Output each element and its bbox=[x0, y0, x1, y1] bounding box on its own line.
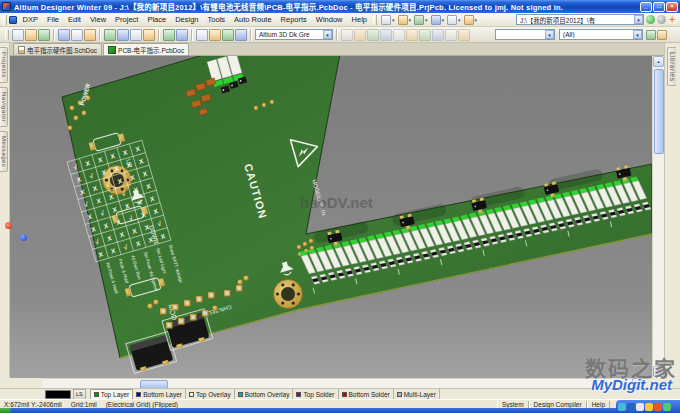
scroll-up-icon[interactable]: ▲ bbox=[653, 56, 664, 67]
sidebar-item-projects[interactable]: Projects bbox=[0, 47, 8, 83]
layer-tab-label: Top Overlay bbox=[196, 391, 231, 398]
sidebar-item-libraries[interactable]: Libraries bbox=[667, 47, 676, 86]
layer-tab-bottom-overlay[interactable]: Bottom Overlay bbox=[235, 389, 294, 399]
layer-tab-top-overlay[interactable]: Top Overlay bbox=[186, 389, 235, 399]
zoom-fit-icon[interactable] bbox=[176, 29, 188, 41]
minimize-button[interactable]: _ bbox=[640, 2, 652, 12]
tab-pcb-doc[interactable]: PCB-电平指示.PcbDoc bbox=[103, 43, 189, 55]
vertical-scrollbar[interactable]: ▲ ▼ bbox=[652, 56, 664, 378]
transistor-pad bbox=[623, 177, 628, 182]
altium-app-icon[interactable] bbox=[2, 2, 11, 11]
interactive-route-icon[interactable] bbox=[445, 29, 457, 41]
clear-filter-icon[interactable] bbox=[657, 30, 667, 40]
re-pour-icon[interactable] bbox=[432, 29, 444, 41]
polygon-pour-icon[interactable] bbox=[419, 29, 431, 41]
menubar: DXPFileEditViewProjectPlaceDesignToolsAu… bbox=[0, 13, 680, 27]
snippets-dropdown[interactable] bbox=[462, 14, 479, 26]
toolbar-grip[interactable] bbox=[3, 15, 7, 25]
view-configuration-combo[interactable]: Altium 3D Dk Gre bbox=[255, 29, 333, 40]
layer-tab-label: Bottom Layer bbox=[143, 391, 182, 398]
add-favorite-icon[interactable] bbox=[668, 15, 677, 24]
net-filter-combo[interactable] bbox=[495, 29, 555, 40]
menu-tools[interactable]: Tools bbox=[203, 14, 230, 26]
favorites-dropdown[interactable] bbox=[396, 14, 413, 26]
save-icon[interactable] bbox=[38, 29, 50, 41]
menu-dxp[interactable]: DXP bbox=[18, 14, 42, 26]
horizontal-scrollbar[interactable]: ◄ ► bbox=[0, 378, 652, 388]
tray-icon-4[interactable] bbox=[645, 403, 653, 411]
open-icon[interactable] bbox=[25, 29, 37, 41]
path-combo[interactable]: J:\【我的新项目2012】\有 bbox=[516, 14, 644, 25]
panel-button-help[interactable]: Help bbox=[587, 401, 610, 408]
print-icon[interactable] bbox=[58, 29, 70, 41]
scope-filter-combo[interactable]: (All) bbox=[559, 29, 643, 40]
toolbar-grip[interactable] bbox=[5, 30, 9, 40]
tab-schematic-doc[interactable]: 电平指示硬件图.SchDoc bbox=[13, 43, 102, 55]
tray-icon-3[interactable] bbox=[636, 403, 644, 411]
open-document-dropdown[interactable] bbox=[379, 14, 396, 26]
zoom-selection-icon[interactable] bbox=[209, 29, 221, 41]
close-button[interactable]: × bbox=[666, 2, 678, 12]
clipboard-dropdown[interactable] bbox=[446, 14, 463, 26]
new-document-icon[interactable] bbox=[12, 29, 24, 41]
menu-file[interactable]: File bbox=[42, 14, 63, 26]
tray-icon-5[interactable] bbox=[654, 403, 662, 411]
measure-icon[interactable] bbox=[458, 29, 470, 41]
menu-place[interactable]: Place bbox=[143, 14, 171, 26]
redo-icon[interactable] bbox=[163, 29, 175, 41]
save-dropdown[interactable] bbox=[413, 14, 430, 26]
chevron-down-icon[interactable] bbox=[323, 30, 332, 39]
rotate-icon[interactable] bbox=[406, 29, 418, 41]
layer-sets-button[interactable]: LS bbox=[73, 389, 86, 400]
sidebar-item-navigator[interactable]: Navigator bbox=[0, 87, 8, 127]
menu-project[interactable]: Project bbox=[111, 14, 143, 26]
layer-tab-top-solder[interactable]: Top Solder bbox=[293, 389, 338, 399]
zoom-area-icon[interactable] bbox=[196, 29, 208, 41]
toolbar-grip[interactable] bbox=[373, 15, 377, 25]
menu-help[interactable]: Help bbox=[347, 14, 371, 26]
chevron-down-icon[interactable] bbox=[633, 30, 642, 39]
menu-view[interactable]: View bbox=[85, 14, 110, 26]
tray-icon-1[interactable] bbox=[618, 403, 626, 411]
align-icon[interactable] bbox=[393, 29, 405, 41]
apply-filter-icon[interactable] bbox=[646, 30, 656, 40]
paste-icon[interactable] bbox=[130, 29, 142, 41]
layer-tab-bottom-layer[interactable]: Bottom Layer bbox=[133, 389, 186, 399]
tray-icon-2[interactable] bbox=[627, 403, 635, 411]
vertical-scroll-thumb[interactable] bbox=[654, 69, 664, 154]
menu-reports[interactable]: Reports bbox=[276, 14, 311, 26]
cross-probe-icon[interactable] bbox=[222, 29, 234, 41]
move-object-icon[interactable] bbox=[380, 29, 392, 41]
panel-button-design-compiler[interactable]: Design Compiler bbox=[529, 401, 587, 408]
chevron-down-icon[interactable] bbox=[634, 15, 643, 24]
current-layer-swatch[interactable] bbox=[45, 390, 71, 399]
horizontal-scroll-track[interactable] bbox=[42, 378, 642, 388]
navigation-bar: J:\【我的新项目2012】\有 bbox=[516, 14, 677, 25]
deselect-icon[interactable] bbox=[354, 29, 366, 41]
menu-design[interactable]: Design bbox=[171, 14, 203, 26]
page-setup-icon[interactable] bbox=[84, 29, 96, 41]
print-preview-icon[interactable] bbox=[71, 29, 83, 41]
filter-icon[interactable] bbox=[235, 29, 247, 41]
copy-icon[interactable] bbox=[117, 29, 129, 41]
tray-icon-6[interactable] bbox=[663, 403, 671, 411]
menu-window[interactable]: Window bbox=[311, 14, 347, 26]
start-button-fragment[interactable] bbox=[0, 408, 11, 413]
recent-dropdown[interactable] bbox=[429, 14, 446, 26]
panel-button-system[interactable]: System bbox=[497, 401, 529, 408]
select-arrow-icon[interactable] bbox=[341, 29, 353, 41]
undo-icon[interactable] bbox=[143, 29, 155, 41]
layer-tab-bottom-solder[interactable]: Bottom Solder bbox=[339, 389, 394, 399]
pcb-3d-viewport[interactable]: POWER CAUTION MODE/LINE IN UP DOWN M bbox=[10, 56, 652, 378]
menu-auto-route[interactable]: Auto Route bbox=[230, 14, 277, 26]
back-nav-icon[interactable] bbox=[646, 15, 655, 24]
layer-tab-top-layer[interactable]: Top Layer bbox=[90, 389, 134, 400]
maximize-button[interactable]: □ bbox=[653, 2, 665, 12]
clear-filter-icon[interactable] bbox=[367, 29, 379, 41]
forward-nav-icon[interactable] bbox=[657, 15, 666, 24]
menu-edit[interactable]: Edit bbox=[64, 14, 86, 26]
chevron-down-icon[interactable] bbox=[545, 30, 554, 39]
sidebar-item-messages[interactable]: Messages bbox=[0, 131, 8, 172]
cut-icon[interactable] bbox=[104, 29, 116, 41]
layer-tab-multi-layer[interactable]: Multi-Layer bbox=[394, 389, 440, 399]
